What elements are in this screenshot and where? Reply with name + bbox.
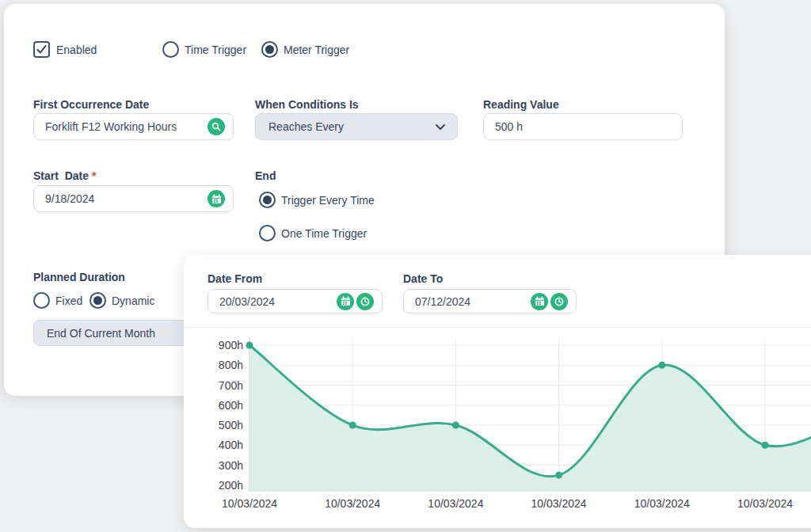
date-from-input[interactable] (219, 295, 337, 308)
dynamic-radio[interactable] (89, 292, 106, 309)
planned-duration-label: Planned Duration (33, 271, 125, 283)
fixed-radio[interactable] (33, 292, 50, 309)
checkmark-icon (36, 44, 48, 55)
fixed-label: Fixed (55, 294, 82, 307)
card-divider (184, 327, 811, 328)
reading-value-field[interactable] (483, 113, 683, 140)
y-tick-label: 700h (219, 379, 243, 392)
working-hours-area-chart: 900h800h700h600h500h400h300h200h10/03/20… (184, 332, 811, 529)
y-tick-label: 300h (219, 459, 243, 472)
time-trigger-label: Time Trigger (185, 44, 246, 56)
chevron-down-icon (435, 124, 446, 131)
x-tick-label: 10/03/2024 (737, 497, 793, 510)
y-tick-label: 800h (219, 359, 243, 371)
first-occurrence-field[interactable] (33, 113, 234, 140)
area-fill (249, 345, 811, 492)
data-point[interactable] (555, 472, 562, 479)
x-tick-label: 10/03/2024 (428, 497, 483, 510)
y-axis-tick-labels: 900h800h700h600h500h400h300h200h (219, 339, 243, 492)
first-occurrence-label: First Occurrence Date (33, 98, 149, 111)
meter-history-card: Date From Date To 900h800h700h600h500h40… (184, 255, 811, 528)
x-tick-label: 10/03/2024 (325, 497, 380, 510)
data-point[interactable] (452, 422, 459, 429)
one-time-trigger-radio[interactable] (259, 225, 276, 241)
trigger-every-time-label: Trigger Every Time (281, 194, 375, 207)
when-conditions-value: Reaches Every (268, 120, 435, 133)
calendar-icon[interactable] (208, 190, 225, 207)
meter-trigger-radio[interactable] (261, 41, 278, 58)
end-label: End (255, 169, 276, 182)
y-tick-label: 500h (219, 419, 243, 431)
data-point[interactable] (246, 342, 253, 349)
date-to-field[interactable] (403, 289, 577, 314)
first-occurrence-input[interactable] (45, 120, 208, 133)
start-date-input[interactable] (45, 192, 208, 205)
date-to-input[interactable] (415, 295, 531, 308)
search-icon[interactable] (208, 118, 225, 135)
reading-value-label: Reading Value (483, 98, 559, 111)
start-date-label: Start Date * (33, 169, 96, 182)
x-tick-label: 10/03/2024 (531, 497, 587, 510)
data-point[interactable] (762, 442, 769, 449)
x-axis-tick-labels: 10/03/202410/03/202410/03/202410/03/2024… (222, 497, 793, 510)
one-time-trigger-label: One Time Trigger (281, 227, 367, 240)
time-trigger-radio[interactable] (162, 41, 179, 58)
enabled-label: Enabled (56, 44, 97, 56)
meter-trigger-label: Meter Trigger (284, 44, 349, 56)
y-tick-label: 600h (219, 399, 243, 412)
when-conditions-label: When Conditions Is (255, 98, 359, 111)
data-point[interactable] (658, 362, 665, 369)
y-tick-label: 200h (219, 479, 243, 492)
start-date-field[interactable] (33, 185, 234, 212)
clock-icon[interactable] (356, 293, 374, 310)
x-tick-label: 10/03/2024 (222, 497, 277, 510)
dynamic-label: Dynamic (112, 294, 154, 307)
enabled-checkbox[interactable] (33, 41, 50, 58)
y-tick-label: 900h (219, 339, 243, 352)
calendar-icon[interactable] (337, 293, 354, 310)
date-from-label: Date From (208, 272, 262, 285)
required-asterisk: * (92, 169, 96, 182)
x-tick-label: 10/03/2024 (634, 497, 690, 510)
clock-icon[interactable] (550, 293, 568, 310)
reading-value-input[interactable] (495, 120, 674, 133)
date-to-label: Date To (403, 272, 443, 285)
y-tick-label: 400h (219, 439, 243, 451)
date-from-field[interactable] (208, 289, 383, 314)
trigger-every-time-radio[interactable] (259, 192, 276, 208)
when-conditions-select[interactable]: Reaches Every (255, 113, 458, 140)
data-point[interactable] (349, 422, 356, 429)
calendar-icon[interactable] (531, 293, 548, 310)
